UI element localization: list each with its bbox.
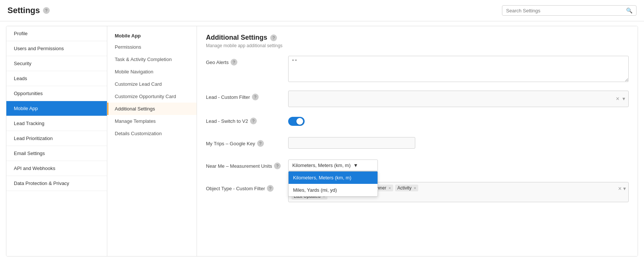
main-area: Profile Users and Permissions Security L… bbox=[6, 26, 638, 257]
geo-alerts-textarea[interactable]: "" bbox=[288, 56, 629, 82]
toggle-slider bbox=[288, 117, 305, 126]
content-area: Additional Settings ? Manage mobile app … bbox=[197, 26, 638, 256]
sidebar-item-opportunities[interactable]: Opportunities bbox=[6, 86, 107, 101]
lead-switch-v2-control bbox=[288, 115, 629, 126]
lead-switch-v2-toggle[interactable] bbox=[288, 117, 305, 126]
secondary-nav: Mobile App Permissions Task & Activity C… bbox=[107, 26, 197, 256]
nav-item-manage-templates[interactable]: Manage Templates bbox=[107, 115, 197, 127]
geo-alerts-help-icon[interactable]: ? bbox=[231, 59, 237, 66]
google-key-label: My Trips – Google Key ? bbox=[206, 137, 288, 147]
google-key-input[interactable] bbox=[288, 137, 415, 149]
page-title: Settings bbox=[7, 6, 40, 15]
sidebar-item-profile[interactable]: Profile bbox=[6, 26, 107, 41]
sidebar-item-security[interactable]: Security bbox=[6, 56, 107, 71]
content-subtitle: Manage mobile app additional settings bbox=[206, 43, 629, 48]
geo-alerts-label: Geo Alerts ? bbox=[206, 56, 288, 66]
lead-custom-filter-arrow[interactable]: ▼ bbox=[622, 96, 626, 101]
measurement-units-help-icon[interactable]: ? bbox=[274, 163, 281, 169]
measurement-units-dropdown-container: Kilometers, Meters (km, m) ▼ Kilometers,… bbox=[288, 160, 378, 171]
tag-activity-label: Activity bbox=[397, 185, 412, 191]
content-header: Additional Settings ? bbox=[206, 34, 629, 42]
header: Settings ? 🔍 bbox=[0, 0, 644, 21]
lead-switch-v2-label: Lead - Switch to V2 ? bbox=[206, 115, 288, 124]
sidebar-item-leads[interactable]: Leads bbox=[6, 71, 107, 86]
tag-owner-remove[interactable]: × bbox=[388, 186, 391, 190]
setting-object-type-filter: Object Type - Custom Filter ? Contact Ty… bbox=[206, 182, 629, 202]
lead-custom-filter-multiselect[interactable]: × ▼ bbox=[288, 91, 629, 107]
sidebar-item-data-protection[interactable]: Data Protection & Privacy bbox=[6, 176, 107, 191]
tag-activity-remove[interactable]: × bbox=[414, 186, 416, 190]
lead-custom-filter-clear[interactable]: × bbox=[616, 95, 619, 102]
object-filter-clear[interactable]: × bbox=[618, 185, 622, 192]
nav-item-additional-settings[interactable]: Additional Settings bbox=[107, 103, 197, 115]
nav-item-details-customization[interactable]: Details Customization bbox=[107, 127, 197, 140]
dropdown-option-mi[interactable]: Miles, Yards (mi, yd) bbox=[289, 184, 378, 196]
primary-sidebar: Profile Users and Permissions Security L… bbox=[6, 26, 107, 256]
sidebar-item-email-settings[interactable]: Email Settings bbox=[6, 146, 107, 161]
google-key-control bbox=[288, 137, 629, 149]
lead-switch-v2-help-icon[interactable]: ? bbox=[250, 118, 257, 124]
search-input[interactable] bbox=[506, 8, 626, 13]
sidebar-item-users-permissions[interactable]: Users and Permissions bbox=[6, 41, 107, 56]
content-help-icon[interactable]: ? bbox=[270, 34, 277, 41]
secondary-nav-title: Mobile App bbox=[107, 29, 197, 41]
header-left: Settings ? bbox=[7, 6, 50, 15]
measurement-units-label: Near Me – Measurement Units ? bbox=[206, 160, 288, 169]
lead-custom-filter-control: × ▼ bbox=[288, 91, 629, 107]
setting-google-key: My Trips – Google Key ? bbox=[206, 137, 629, 152]
help-icon[interactable]: ? bbox=[43, 7, 50, 14]
measurement-units-dropdown[interactable]: Kilometers, Meters (km, m) ▼ bbox=[288, 160, 378, 171]
content-title: Additional Settings bbox=[206, 34, 267, 42]
nav-item-mobile-navigation[interactable]: Mobile Navigation bbox=[107, 66, 197, 78]
dropdown-option-km[interactable]: Kilometers, Meters (km, m) bbox=[289, 172, 378, 184]
geo-alerts-control: "" bbox=[288, 56, 629, 83]
nav-item-task-activity[interactable]: Task & Activity Completion bbox=[107, 53, 197, 66]
nav-item-customize-lead-card[interactable]: Customize Lead Card bbox=[107, 78, 197, 90]
object-filter-arrow[interactable]: ▼ bbox=[622, 186, 627, 191]
search-box: 🔍 bbox=[502, 5, 637, 16]
search-icon: 🔍 bbox=[626, 7, 632, 13]
nav-item-customize-opportunity-card[interactable]: Customize Opportunity Card bbox=[107, 90, 197, 103]
tag-activity: Activity × bbox=[395, 185, 418, 191]
object-type-filter-label: Object Type - Custom Filter ? bbox=[206, 182, 288, 192]
google-key-help-icon[interactable]: ? bbox=[257, 140, 264, 147]
lead-custom-filter-help-icon[interactable]: ? bbox=[252, 94, 259, 100]
measurement-units-popup: Kilometers, Meters (km, m) Miles, Yards … bbox=[288, 171, 378, 197]
setting-lead-custom-filter: Lead - Custom Filter ? × ▼ bbox=[206, 91, 629, 107]
sidebar-item-lead-tracking[interactable]: Lead Tracking bbox=[6, 116, 107, 131]
sidebar-item-api-webhooks[interactable]: API and Webhooks bbox=[6, 161, 107, 176]
sidebar-item-lead-prioritization[interactable]: Lead Prioritization bbox=[6, 131, 107, 146]
object-type-filter-help-icon[interactable]: ? bbox=[267, 185, 274, 192]
object-filter-controls: × ▼ bbox=[618, 185, 627, 192]
measurement-units-control: Kilometers, Meters (km, m) ▼ Kilometers,… bbox=[288, 160, 629, 171]
nav-item-permissions[interactable]: Permissions bbox=[107, 41, 197, 53]
sidebar-item-mobile-app[interactable]: Mobile App bbox=[6, 101, 107, 116]
setting-measurement-units: Near Me – Measurement Units ? Kilometers… bbox=[206, 160, 629, 174]
lead-custom-filter-label: Lead - Custom Filter ? bbox=[206, 91, 288, 100]
setting-lead-switch-v2: Lead - Switch to V2 ? bbox=[206, 115, 629, 130]
setting-geo-alerts: Geo Alerts ? "" bbox=[206, 56, 629, 83]
